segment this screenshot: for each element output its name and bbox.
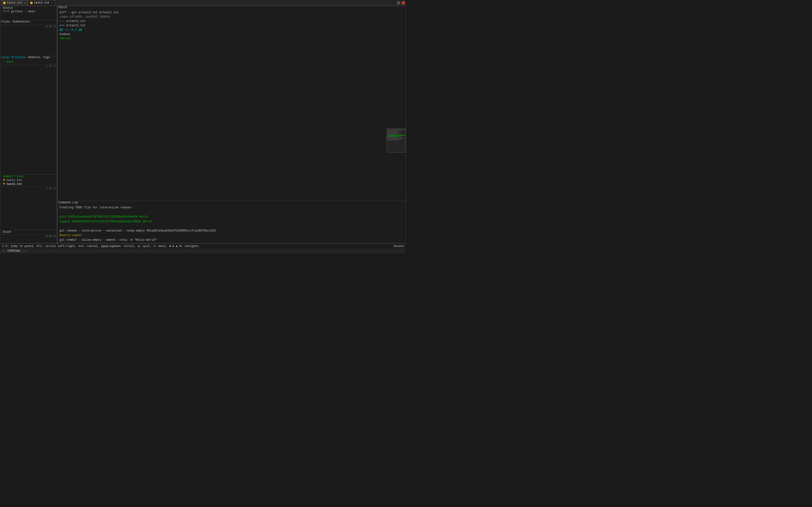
branches-sep2: –: [41, 56, 43, 59]
patch-title: Patch: [58, 6, 67, 9]
right-panel: Patch diff --git a/test2.txt b/test2.txt…: [57, 6, 406, 243]
command-panel: Command Log Creating TODO file for inter…: [57, 201, 406, 243]
file-status-1: M: [3, 182, 5, 186]
commit-files-footer: 2 of 2: [0, 187, 57, 190]
commit-section: Commit files M test1.txt M test2.txt 2 o…: [0, 175, 57, 230]
files-section: Files – Submodules 0 of 0: [0, 20, 57, 56]
branches-content: * main: [0, 59, 57, 64]
minimap-line-9: [387, 138, 405, 138]
branch-item-main[interactable]: * main: [2, 60, 55, 64]
files-title: Files – Submodules: [1, 20, 30, 23]
minimap: [387, 128, 406, 153]
close-button[interactable]: [402, 1, 405, 5]
stash-section: Stash 0 of 0: [0, 230, 57, 243]
diff-line-0: diff --git a/test2.txt b/test2.txt: [59, 10, 404, 15]
diff-line-1: index bf7e899..6e42562 100644: [59, 15, 404, 19]
stash-title: Stash: [1, 230, 13, 234]
branches-footer: 1 of 1: [0, 64, 57, 68]
file-status-0: M: [3, 179, 5, 182]
status-section: Status ↑?↓? gittest → main: [0, 6, 57, 20]
diff-line-4: @@ -1 +1,2 @@: [59, 28, 404, 32]
commit-file-0[interactable]: M test1.txt: [2, 178, 55, 182]
diff-line-6: +World!: [59, 37, 404, 41]
cmd-line-6: Reword commit: [59, 233, 404, 238]
tab-icon-test2: [30, 2, 33, 4]
branches-sep1: –: [26, 56, 28, 59]
submodules-label: Submodules: [12, 20, 30, 23]
minimize-button[interactable]: [397, 1, 400, 5]
diff-line-5: asdasd: [59, 32, 404, 37]
command-log-content: Creating TODO file for interactive rebas…: [57, 205, 406, 243]
diff-line-2: --- a/test2.txt: [59, 19, 404, 23]
app-container: test1.txt ✕ test2.txt ✕ Status ↑?↓? gitt…: [0, 0, 406, 253]
tab-test1[interactable]: test1.txt ✕: [1, 0, 28, 6]
branches-section: Local Branches – Remotes – Tags * main 1…: [0, 56, 57, 175]
tab-close-test1[interactable]: ✕: [24, 1, 26, 5]
minimap-line-3: [387, 132, 398, 133]
minimap-line-5: [387, 134, 398, 135]
minimap-line-6: [387, 135, 405, 136]
cmd-line-5: git rebase --interactive --autostash --k…: [59, 229, 404, 233]
file-name-1: test2.txt: [6, 182, 22, 186]
window-controls: [397, 1, 405, 5]
files-sep1: –: [10, 20, 12, 23]
minimap-line-10: [387, 139, 401, 139]
donate-button[interactable]: Donate: [394, 244, 404, 248]
command-log-title: Command Log: [58, 201, 78, 204]
tab-label-test1: test1.txt: [7, 1, 22, 5]
files-label: Files: [1, 20, 10, 23]
tab-icon-test1: [3, 2, 6, 4]
minimap-line-1: [387, 130, 401, 131]
remotes-label: Remotes: [28, 56, 40, 59]
diff-line-3: +++ b/test2.txt: [59, 23, 404, 28]
cmd-line-4: [59, 224, 404, 229]
tags-label: Tags: [43, 56, 50, 59]
patch-content: diff --git a/test2.txt b/test2.txt index…: [57, 9, 406, 201]
tab-bar: test1.txt ✕ test2.txt ✕: [0, 0, 406, 6]
tab-close-test2[interactable]: ✕: [51, 1, 53, 5]
minimap-content: [387, 129, 406, 141]
cmd-line-2: pick 5381a9cea3eedfc070657d27189206a5844…: [59, 215, 404, 219]
branches-label: Local Branches: [1, 56, 26, 59]
main-content: Status ↑?↓? gittest → main Files – Submo…: [0, 6, 406, 243]
terminal-label: -- TERMINAL --: [2, 249, 27, 253]
cmd-line-0: Creating TODO file for interactive rebas…: [59, 206, 404, 210]
status-bar: 1-5: jump to panel, H/L: scroll left/rig…: [0, 243, 406, 249]
patch-panel: Patch diff --git a/test2.txt b/test2.txt…: [57, 6, 406, 201]
cmd-line-1: [59, 210, 404, 215]
cmd-line-7: git commit --allow-empty --amend --only …: [59, 238, 404, 242]
tab-test2[interactable]: test2.txt ✕: [28, 0, 55, 6]
commit-file-1[interactable]: M test2.txt: [2, 182, 55, 186]
terminal-bar: -- TERMINAL --: [0, 249, 406, 253]
minimap-line-0: [387, 129, 405, 130]
left-panel: Status ↑?↓? gittest → main Files – Submo…: [0, 6, 57, 243]
status-text: ↑?↓? gittest → main: [2, 10, 35, 13]
cmd-line-3: squash 58a665295b7cefcfa4f21f49e9c18ba23…: [59, 219, 404, 224]
minimap-line-11: [387, 140, 398, 140]
commit-files-content: M test1.txt M test2.txt: [0, 178, 57, 187]
commit-files-title: Commit files: [1, 174, 25, 179]
minimap-line-4: [387, 133, 401, 134]
files-footer: 0 of 0: [0, 24, 57, 28]
stash-footer: 0 of 0: [0, 234, 57, 238]
branches-title: Local Branches – Remotes – Tags: [1, 56, 50, 59]
file-name-0: test1.txt: [6, 179, 22, 182]
tab-label-test2: test2.txt: [34, 1, 50, 5]
minimap-line-2: [387, 131, 398, 132]
status-title: Status: [1, 6, 14, 10]
minimap-line-7: [387, 136, 401, 137]
shortcuts-text: 1-5: jump to panel, H/L: scroll left/rig…: [2, 244, 199, 248]
minimap-line-8: [387, 137, 398, 137]
